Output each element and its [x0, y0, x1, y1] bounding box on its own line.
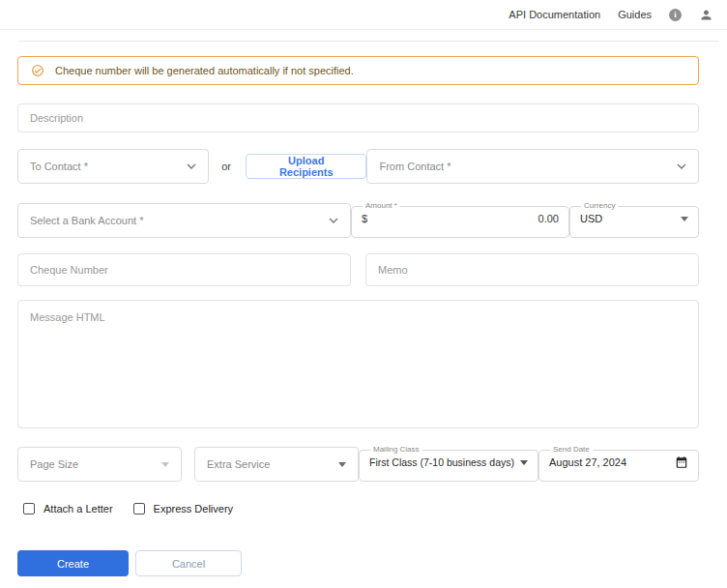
- to-contact-label: To Contact *: [30, 161, 88, 172]
- banner-text: Cheque number will be generated automati…: [55, 65, 354, 76]
- checkbox-icon: [133, 503, 145, 514]
- calendar-icon[interactable]: [675, 456, 688, 469]
- from-contact-label: From Contact *: [379, 161, 451, 172]
- caret-down-icon: [520, 460, 528, 465]
- cheque-number-input[interactable]: [17, 253, 351, 286]
- cheque-memo-row: [17, 253, 699, 286]
- or-label: or: [221, 161, 231, 172]
- amount-value: 0.00: [538, 213, 559, 224]
- page-size-label: Page Size: [30, 458, 78, 470]
- mailing-class-label: Mailing Class: [370, 446, 422, 454]
- memo-input[interactable]: [365, 253, 699, 286]
- message-html-textarea[interactable]: [17, 300, 699, 428]
- extra-service-label: Extra Service: [207, 458, 270, 470]
- to-contact-select[interactable]: To Contact *: [17, 149, 209, 184]
- extra-service-select[interactable]: Extra Service: [194, 447, 359, 482]
- caret-down-icon: [338, 462, 346, 467]
- create-button[interactable]: Create: [17, 550, 129, 576]
- actions-row: Create Cancel: [17, 550, 699, 576]
- checkbox-icon: [23, 503, 35, 514]
- contact-row: To Contact * or Upload Recipients From C…: [17, 149, 699, 184]
- bank-amount-row: Select a Bank Account * Amount * $ 0.00 …: [17, 202, 699, 238]
- options-row: Page Size Extra Service Mailing Class Fi…: [17, 446, 699, 482]
- header-link-guides[interactable]: Guides: [618, 9, 652, 20]
- checkbox-attach-a-letter[interactable]: Attach a Letter: [23, 503, 113, 514]
- send-date-field[interactable]: Send Date August 27, 2024: [538, 446, 699, 482]
- user-icon[interactable]: [699, 8, 713, 22]
- bank-account-label: Select a Bank Account *: [30, 215, 143, 226]
- checkbox-row: Attach a Letter Express Delivery: [17, 503, 699, 514]
- amount-field[interactable]: Amount * $ 0.00: [351, 202, 569, 238]
- content-top-divider: [19, 41, 719, 42]
- upload-recipients-button[interactable]: Upload Recipients: [246, 154, 367, 179]
- bank-account-select[interactable]: Select a Bank Account *: [17, 203, 351, 238]
- cancel-button[interactable]: Cancel: [135, 550, 242, 576]
- currency-value: USD: [580, 213, 602, 224]
- currency-select[interactable]: Currency USD: [569, 202, 699, 238]
- info-icon[interactable]: i: [669, 9, 682, 21]
- notice-banner: Cheque number will be generated automati…: [17, 56, 699, 85]
- description-input[interactable]: [17, 103, 699, 132]
- from-contact-select[interactable]: From Contact *: [366, 149, 699, 184]
- mailing-class-select[interactable]: Mailing Class First Class (7-10 business…: [359, 446, 538, 482]
- header-link-api-documentation[interactable]: API Documentation: [509, 9, 600, 20]
- amount-label: Amount *: [363, 202, 400, 210]
- send-date-label: Send Date: [550, 446, 593, 454]
- check-circle-icon: [31, 64, 44, 77]
- mailing-class-value: First Class (7-10 business days): [369, 456, 514, 468]
- caret-down-icon: [161, 462, 169, 467]
- currency-label: Currency: [581, 202, 618, 210]
- chevron-down-icon: [187, 163, 196, 169]
- send-date-value: August 27, 2024: [549, 456, 626, 468]
- top-bar: API Documentation Guides i: [0, 0, 727, 30]
- caret-down-icon: [681, 217, 688, 221]
- chevron-down-icon: [329, 218, 338, 223]
- chevron-down-icon: [677, 163, 686, 169]
- cheque-form: Cheque number will be generated automati…: [0, 56, 727, 576]
- checkbox-express-delivery[interactable]: Express Delivery: [133, 503, 234, 514]
- page-size-select[interactable]: Page Size: [17, 447, 182, 482]
- amount-prefix: $: [362, 213, 367, 224]
